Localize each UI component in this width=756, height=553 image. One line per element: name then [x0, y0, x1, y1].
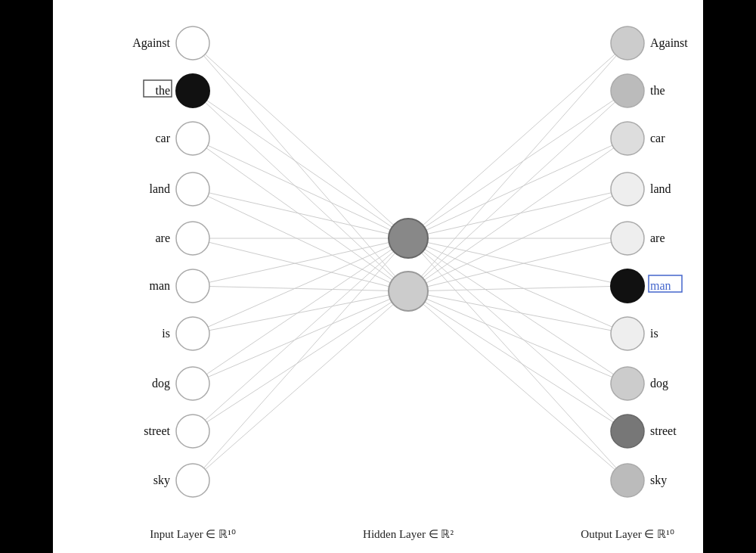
svg-point-49 — [176, 222, 209, 255]
svg-line-29 — [408, 238, 627, 480]
svg-line-15 — [193, 291, 408, 384]
svg-line-4 — [193, 138, 408, 238]
svg-text:the: the — [650, 84, 665, 97]
svg-line-3 — [193, 91, 408, 291]
svg-line-30 — [408, 43, 627, 291]
svg-point-40 — [176, 26, 209, 60]
svg-text:sky: sky — [650, 474, 667, 487]
svg-point-51 — [176, 269, 209, 303]
svg-line-33 — [408, 189, 627, 291]
svg-text:dog: dog — [152, 377, 170, 390]
svg-point-42 — [176, 74, 209, 107]
svg-point-62 — [389, 272, 428, 311]
svg-text:car: car — [155, 132, 170, 144]
svg-line-10 — [193, 238, 408, 286]
svg-point-59 — [176, 464, 209, 497]
svg-line-20 — [408, 43, 627, 238]
svg-text:street: street — [144, 424, 170, 437]
svg-text:Against: Against — [132, 36, 170, 50]
svg-text:car: car — [650, 132, 665, 144]
svg-point-55 — [176, 367, 209, 400]
network-diagram: AgainstthecarlandaremanisdogstreetskyAga… — [53, 0, 703, 553]
svg-text:sky: sky — [153, 474, 170, 487]
svg-line-1 — [193, 43, 408, 291]
svg-point-71 — [611, 222, 644, 255]
svg-line-37 — [408, 291, 627, 384]
svg-line-22 — [408, 138, 627, 238]
svg-text:man: man — [650, 279, 671, 292]
svg-point-45 — [176, 122, 209, 155]
svg-point-78 — [611, 367, 644, 400]
svg-text:are: are — [155, 231, 170, 244]
svg-text:street: street — [650, 424, 677, 437]
svg-point-67 — [611, 122, 644, 155]
main-container: AgainstthecarlandaremanisdogstreetskyAga… — [53, 0, 703, 553]
svg-line-25 — [408, 238, 627, 286]
svg-point-63 — [611, 26, 644, 60]
svg-line-6 — [193, 189, 408, 238]
svg-text:is: is — [650, 327, 658, 340]
svg-text:land: land — [149, 182, 170, 195]
svg-line-28 — [408, 238, 627, 431]
svg-text:man: man — [149, 279, 170, 292]
svg-line-7 — [193, 189, 408, 291]
svg-line-21 — [408, 91, 627, 238]
svg-line-23 — [408, 189, 627, 238]
svg-text:dog: dog — [650, 377, 668, 390]
svg-line-11 — [193, 286, 408, 291]
svg-line-32 — [408, 138, 627, 291]
svg-point-61 — [389, 219, 428, 258]
svg-text:Output Layer ∈ ℝ¹⁰: Output Layer ∈ ℝ¹⁰ — [581, 528, 674, 540]
svg-line-34 — [408, 238, 627, 291]
svg-line-35 — [408, 286, 627, 291]
svg-line-9 — [193, 238, 408, 291]
svg-line-14 — [193, 238, 408, 384]
svg-text:the: the — [155, 84, 170, 97]
svg-text:Hidden Layer ∈ ℝ²: Hidden Layer ∈ ℝ² — [363, 528, 454, 540]
svg-text:is: is — [162, 327, 170, 340]
svg-point-80 — [611, 415, 644, 448]
svg-point-82 — [611, 464, 644, 497]
svg-point-73 — [611, 269, 644, 303]
svg-text:Against: Against — [650, 36, 688, 50]
svg-line-31 — [408, 91, 627, 291]
svg-line-16 — [193, 238, 408, 431]
svg-point-47 — [176, 172, 209, 206]
svg-line-27 — [408, 238, 627, 384]
svg-point-53 — [176, 317, 209, 350]
svg-point-65 — [611, 74, 644, 107]
svg-point-69 — [611, 172, 644, 206]
svg-line-2 — [193, 91, 408, 238]
svg-point-57 — [176, 415, 209, 448]
svg-line-18 — [193, 238, 408, 480]
svg-text:land: land — [650, 182, 671, 195]
svg-text:are: are — [650, 231, 665, 244]
svg-line-5 — [193, 138, 408, 291]
svg-line-0 — [193, 43, 408, 238]
svg-point-76 — [611, 317, 644, 350]
svg-text:Input Layer ∈ ℝ¹⁰: Input Layer ∈ ℝ¹⁰ — [150, 528, 235, 540]
